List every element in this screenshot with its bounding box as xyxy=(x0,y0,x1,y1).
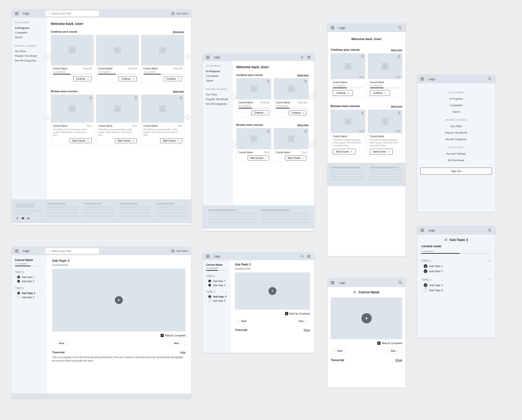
carousel-next[interactable] xyxy=(308,94,314,99)
carousel-prev[interactable] xyxy=(231,94,236,99)
subtopic-item[interactable]: Sub-Topic 3 xyxy=(206,283,227,287)
continue-button[interactable]: Continue xyxy=(252,110,269,115)
subtopic-item[interactable]: Sub-Topic 3 xyxy=(15,295,43,300)
menu-item-completed[interactable]: Completed xyxy=(417,102,495,108)
course-card[interactable]: Course NameTimeStart Course xyxy=(274,128,308,163)
course-card[interactable]: TimeCourse Name% completedContinue xyxy=(331,53,365,98)
menu-icon[interactable] xyxy=(420,229,424,232)
course-card[interactable]: Course NameTime left% completedContinue xyxy=(96,35,139,83)
sidebar-item-categories[interactable]: See All Categories xyxy=(206,102,230,106)
facebook-icon[interactable] xyxy=(16,217,19,219)
logo[interactable]: Logo xyxy=(214,56,220,59)
next-button[interactable]: Next xyxy=(387,348,402,354)
play-icon[interactable] xyxy=(269,287,276,295)
search-icon[interactable] xyxy=(300,55,304,59)
bookmark-icon[interactable] xyxy=(304,130,307,133)
show-more-link[interactable]: Show more xyxy=(173,90,184,93)
show-more-link[interactable]: Show more xyxy=(391,105,402,108)
search-input[interactable] xyxy=(46,248,99,254)
subtopic-item[interactable]: Sub-Topic 3 xyxy=(421,283,491,288)
menu-item-settings[interactable]: Account Settings xyxy=(417,150,495,157)
mark-completed[interactable]: Mark As Completed xyxy=(52,331,185,339)
show-more-link[interactable]: Show more xyxy=(173,31,184,33)
back-button[interactable]: Back xyxy=(235,318,250,324)
twitter-icon[interactable] xyxy=(22,217,24,219)
play-icon[interactable] xyxy=(361,313,372,323)
menu-item-our-picks[interactable]: Our Picks xyxy=(417,123,495,129)
show-more-link[interactable]: Show more xyxy=(391,49,402,51)
user-menu[interactable]: User Name xyxy=(171,12,188,15)
menu-icon[interactable] xyxy=(15,12,19,15)
hide-transcript-link[interactable]: Hide xyxy=(180,351,185,354)
search-icon[interactable] xyxy=(488,228,492,232)
topic-toggle-2[interactable]: TOPIC 2 xyxy=(15,286,43,291)
search-icon[interactable] xyxy=(398,281,402,285)
start-course-button[interactable]: Start Course xyxy=(160,138,182,143)
subtopic-item[interactable]: Sub-Topic 3 xyxy=(206,294,227,299)
bookmark-icon[interactable] xyxy=(398,111,401,114)
menu-item-popular[interactable]: Popular This Month xyxy=(417,129,495,136)
show-transcript-link[interactable]: Show xyxy=(395,359,402,362)
menu-icon[interactable] xyxy=(420,77,424,80)
sidebar-item-saved[interactable]: Saved xyxy=(206,78,230,83)
start-course-button[interactable]: Start Course xyxy=(370,149,393,155)
course-card[interactable]: Course NameTime left % completed Continu… xyxy=(51,35,94,83)
menu-item-saved[interactable]: Saved xyxy=(417,108,495,115)
course-card[interactable]: Course NameTimeStart Course xyxy=(236,128,271,163)
sidebar-item-completed[interactable]: Completed xyxy=(206,74,230,78)
bookmark-icon[interactable] xyxy=(398,55,401,58)
carousel-prev[interactable] xyxy=(45,115,50,120)
mark-completed[interactable]: Mark As Completed xyxy=(235,310,310,318)
search-icon[interactable] xyxy=(488,77,492,81)
sidebar-item-popular[interactable]: Popular This Month xyxy=(206,97,230,102)
sidebar-item-completed[interactable]: Completed xyxy=(15,30,43,35)
next-button[interactable]: Next xyxy=(295,318,310,324)
start-course-button[interactable]: Start Course xyxy=(115,138,137,143)
show-more-link[interactable]: Show more xyxy=(297,124,308,126)
search-icon[interactable] xyxy=(300,254,304,258)
topic-toggle-2[interactable]: TOPIC 2 xyxy=(421,277,491,283)
menu-icon[interactable] xyxy=(206,255,210,258)
continue-button[interactable]: Continue xyxy=(370,90,390,96)
sidebar-item-popular[interactable]: Popular This Month xyxy=(15,53,43,58)
subtopic-item[interactable]: Sub-Topic 3 xyxy=(421,269,491,274)
topic-toggle-1[interactable]: TOPIC 1 xyxy=(206,274,227,279)
course-name-header[interactable]: Course Name xyxy=(331,287,402,297)
logo[interactable]: Logo xyxy=(428,229,435,232)
bookmark-icon[interactable] xyxy=(180,96,183,99)
mark-completed[interactable]: Mark As Completed xyxy=(331,339,402,347)
logo[interactable]: Logo xyxy=(428,77,435,81)
topic-toggle-1[interactable]: TOPIC 1 xyxy=(421,258,491,263)
logo[interactable]: Logo xyxy=(23,12,29,15)
logo[interactable]: Logo xyxy=(339,281,345,285)
menu-icon[interactable] xyxy=(331,26,334,29)
sign-out-button[interactable]: Sign Out xyxy=(420,168,492,175)
search-input[interactable] xyxy=(46,11,99,16)
carousel-prev[interactable] xyxy=(231,142,236,147)
course-card[interactable]: TimeCourse Name% completedContinue xyxy=(368,53,402,98)
user-icon[interactable] xyxy=(307,254,311,258)
menu-item-categories[interactable]: See All Categories xyxy=(417,136,495,142)
subtopic-item[interactable]: Sub-Topic 3 xyxy=(206,299,227,303)
carousel-next[interactable] xyxy=(185,115,190,120)
show-transcript-link[interactable]: Show xyxy=(303,329,310,331)
menu-icon[interactable] xyxy=(331,281,334,284)
start-course-button[interactable]: Start Course xyxy=(333,149,356,155)
sidebar-item-our-picks[interactable]: Our Picks xyxy=(206,92,230,97)
carousel-prev[interactable] xyxy=(45,54,50,59)
user-icon[interactable] xyxy=(307,55,311,59)
continue-button[interactable]: Continue xyxy=(333,90,353,96)
linkedin-icon[interactable] xyxy=(27,217,30,219)
show-more-link[interactable]: Show more xyxy=(297,74,308,76)
bookmark-icon[interactable] xyxy=(267,130,270,133)
subtopic-item[interactable]: Sub-Topic 1 xyxy=(206,279,227,283)
subtopic-item[interactable]: Sub-Topic 3 xyxy=(15,279,43,283)
start-course-button[interactable]: Start Course xyxy=(248,156,269,160)
next-button[interactable]: Next xyxy=(170,340,185,346)
start-course-button[interactable]: Start Course xyxy=(285,156,307,160)
continue-button[interactable]: Continue xyxy=(119,76,137,81)
course-card[interactable]: Course NameTime left% completedContinue xyxy=(236,78,271,117)
video-player[interactable] xyxy=(52,269,185,331)
bookmark-icon[interactable] xyxy=(304,80,307,83)
course-card[interactable]: Course NameTimeThis will be a short desc… xyxy=(96,95,139,145)
